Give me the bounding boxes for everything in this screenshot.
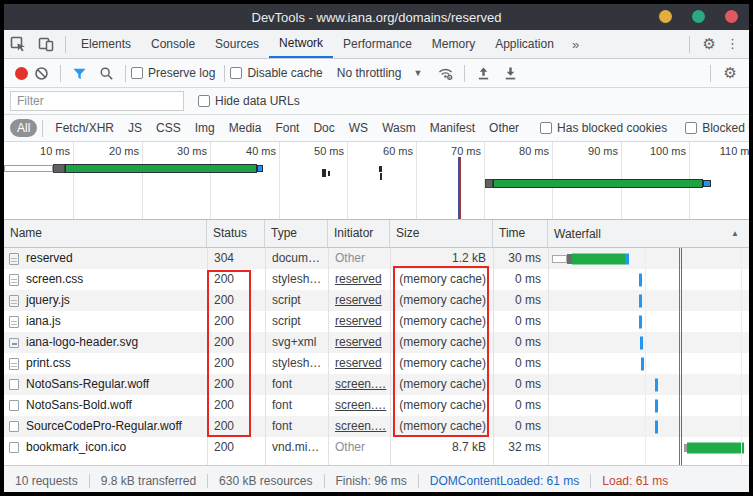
initiator-cell: reserved xyxy=(328,269,390,290)
overview-bar-segment xyxy=(379,166,382,172)
request-name-cell: NotoSans-Regular.woff xyxy=(4,374,207,395)
maximize-button[interactable] xyxy=(692,10,705,23)
waterfall-cell xyxy=(548,248,749,269)
table-row[interactable]: print.css200stylesh…reserved(memory cach… xyxy=(4,353,749,374)
overview-bar-segment xyxy=(257,165,263,172)
initiator-link[interactable]: screen.… xyxy=(335,398,386,412)
table-row[interactable]: bookmark_icon.ico200vnd.mi…Other8.7 kB32… xyxy=(4,437,749,458)
table-row[interactable]: NotoSans-Bold.woff200fontscreen.…(memory… xyxy=(4,395,749,416)
divider xyxy=(42,120,43,137)
initiator-link[interactable]: screen.… xyxy=(335,377,386,391)
request-name: NotoSans-Bold.woff xyxy=(26,395,132,416)
network-overview-timeline[interactable]: 10 ms20 ms30 ms40 ms50 ms60 ms70 ms80 ms… xyxy=(4,142,749,220)
network-settings-gear-icon[interactable]: ⚙ xyxy=(716,60,745,86)
column-header-size[interactable]: Size xyxy=(390,220,493,247)
tab-console[interactable]: Console xyxy=(141,30,205,58)
dropdown-caret-icon[interactable]: ▼ xyxy=(413,68,422,78)
column-header-time[interactable]: Time xyxy=(493,220,548,247)
overview-gridline xyxy=(142,142,143,219)
requests-table-body: reserved304docum…Other1.2 kB30 msscreen.… xyxy=(4,248,749,465)
type-filter-other[interactable]: Other xyxy=(489,121,519,135)
status-bar-item: 630 kB resources xyxy=(208,474,323,488)
more-tabs-icon[interactable]: » xyxy=(564,37,587,52)
panel-tabs: ElementsConsoleSourcesNetworkPerformance… xyxy=(71,30,564,58)
minimize-button[interactable] xyxy=(659,10,672,23)
column-header-name[interactable]: Name xyxy=(4,220,207,247)
record-icon[interactable] xyxy=(15,67,28,80)
overview-tick-label: 40 ms xyxy=(221,145,276,157)
inspect-element-icon[interactable] xyxy=(10,36,26,52)
tab-sources[interactable]: Sources xyxy=(205,30,269,58)
type-filter-manifest[interactable]: Manifest xyxy=(430,121,475,135)
throttling-select[interactable]: No throttling xyxy=(337,66,402,80)
tab-memory[interactable]: Memory xyxy=(422,30,485,58)
table-row[interactable]: jquery.js200scriptreserved(memory cache)… xyxy=(4,290,749,311)
settings-gear-icon[interactable]: ⚙ xyxy=(695,31,724,57)
initiator-link[interactable]: reserved xyxy=(335,293,382,307)
type-filter-js[interactable]: JS xyxy=(128,121,142,135)
table-row[interactable]: SourceCodePro-Regular.woff200fontscreen.… xyxy=(4,416,749,437)
column-header-status[interactable]: Status xyxy=(207,220,265,247)
initiator-link[interactable]: reserved xyxy=(335,314,382,328)
hide-data-urls-checkbox[interactable] xyxy=(198,95,210,107)
overview-event-line xyxy=(460,157,461,219)
column-header-initiator[interactable]: Initiator xyxy=(328,220,390,247)
square-icon xyxy=(9,379,19,390)
tab-elements[interactable]: Elements xyxy=(71,30,141,58)
column-header-waterfall[interactable]: Waterfall▲ xyxy=(548,220,749,247)
type-filter-media[interactable]: Media xyxy=(229,121,262,135)
type-filter-doc[interactable]: Doc xyxy=(313,121,334,135)
export-har-icon[interactable] xyxy=(503,66,518,81)
preserve-log-checkbox[interactable] xyxy=(131,67,143,79)
initiator-link[interactable]: reserved xyxy=(335,356,382,370)
status-bar-item: 9.8 kB transferred xyxy=(90,474,207,488)
has-blocked-cookies-checkbox[interactable] xyxy=(540,122,552,134)
initiator-cell: reserved xyxy=(328,353,390,374)
close-button[interactable] xyxy=(725,10,738,23)
initiator-link[interactable]: reserved xyxy=(335,272,382,286)
request-name-cell: bookmark_icon.ico xyxy=(4,437,207,458)
type-filter-font[interactable]: Font xyxy=(275,121,299,135)
waterfall-cell xyxy=(548,437,749,458)
type-filter-fetchxhr[interactable]: Fetch/XHR xyxy=(55,121,114,135)
tab-application[interactable]: Application xyxy=(485,30,564,58)
size-cell: (memory cache) xyxy=(390,311,493,332)
table-row[interactable]: screen.css200stylesh…reserved(memory cac… xyxy=(4,269,749,290)
type-filter-wasm[interactable]: Wasm xyxy=(382,121,416,135)
initiator-link[interactable]: reserved xyxy=(335,335,382,349)
has-blocked-cookies-label: Has blocked cookies xyxy=(557,121,667,135)
import-har-icon[interactable] xyxy=(476,66,491,81)
disable-cache-checkbox[interactable] xyxy=(230,67,242,79)
tab-performance[interactable]: Performance xyxy=(333,30,422,58)
type-filter-ws[interactable]: WS xyxy=(349,121,368,135)
initiator-link[interactable]: screen.… xyxy=(335,419,386,433)
overview-bar-segment xyxy=(485,179,493,188)
time-cell: 0 ms xyxy=(493,374,548,395)
overview-tick-label: 30 ms xyxy=(152,145,207,157)
table-row[interactable]: iana-logo-header.svg200svg+xmlreserved(m… xyxy=(4,332,749,353)
blocked-requests-checkbox[interactable] xyxy=(685,122,697,134)
filter-funnel-icon[interactable] xyxy=(72,66,87,81)
status-cell: 200 xyxy=(207,437,265,458)
overview-bar-segment xyxy=(65,164,257,173)
request-name: reserved xyxy=(26,248,73,269)
waterfall-bar-segment xyxy=(640,336,643,349)
device-toolbar-icon[interactable] xyxy=(38,36,54,52)
type-filter-all[interactable]: All xyxy=(10,119,37,137)
table-row[interactable]: reserved304docum…Other1.2 kB30 ms xyxy=(4,248,749,269)
network-conditions-icon[interactable] xyxy=(438,66,453,81)
size-cell: (memory cache) xyxy=(390,374,493,395)
column-header-type[interactable]: Type xyxy=(265,220,328,247)
overview-tick-label: 50 ms xyxy=(289,145,344,157)
filter-input[interactable] xyxy=(10,91,184,111)
type-filter-img[interactable]: Img xyxy=(195,121,215,135)
request-name-cell: NotoSans-Bold.woff xyxy=(4,395,207,416)
tab-network[interactable]: Network xyxy=(269,30,333,58)
search-icon[interactable] xyxy=(99,66,114,81)
kebab-menu-icon[interactable]: ⋮ xyxy=(724,31,749,57)
table-row[interactable]: iana.js200scriptreserved(memory cache)0 … xyxy=(4,311,749,332)
overview-bar-segment xyxy=(380,173,382,180)
table-row[interactable]: NotoSans-Regular.woff200fontscreen.…(mem… xyxy=(4,374,749,395)
clear-icon[interactable] xyxy=(34,66,49,81)
type-filter-css[interactable]: CSS xyxy=(156,121,181,135)
